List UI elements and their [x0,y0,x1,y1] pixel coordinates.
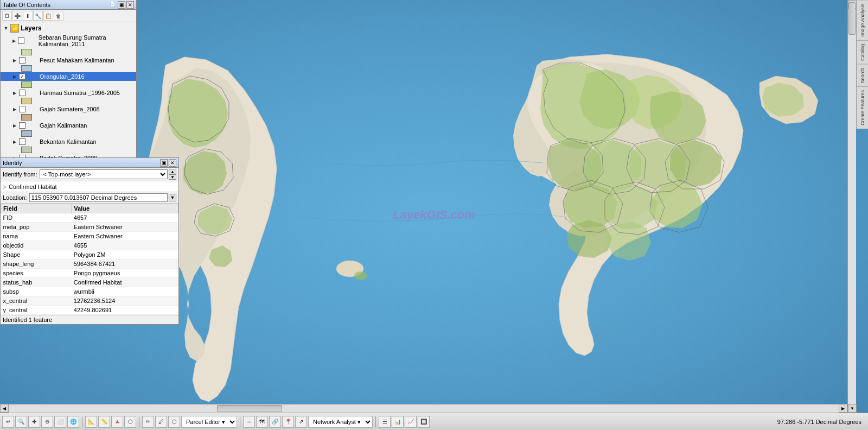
right-panel-create-features[interactable]: Create Features [857,86,868,129]
identify-table-row: objectid4655 [1,241,178,250]
identify-table-row: speciesPongo pygmaeus [1,269,178,278]
parcel-editor-dropdown[interactable]: Parcel Editor ▾ [181,416,237,428]
tree-expand-icon: ▷ [3,184,7,189]
layer-swatch-row [1,81,136,88]
toc-close-btn[interactable]: ✕ [126,1,134,9]
identify-value-cell: Confirmed Habitat [72,278,178,287]
task-sep-4 [375,416,376,427]
toc-restore-btn[interactable]: ▣ [118,1,125,9]
layer-expand-icon: ▶ [11,106,18,112]
scroll-down-arrow[interactable]: ▼ [848,404,857,413]
task-btn-20[interactable]: 📊 [392,416,404,428]
layer-checkbox[interactable] [19,90,25,96]
task-btn-15[interactable]: 🗺 [256,416,268,428]
location-copy-btn[interactable]: ▼ [169,194,176,201]
toc-tool-6[interactable]: 🗑 [54,11,63,21]
right-panel-search[interactable]: Search [857,64,868,87]
identify-table-row: y_central42249.802691 [1,306,178,315]
toc-tool-2[interactable]: ➕ [12,11,22,21]
task-btn-22[interactable]: 🔲 [418,416,430,428]
toc-layer-item[interactable]: ▶Sebaran Burung Sumatra Kalimantan_2011 [1,33,136,48]
task-btn-10[interactable]: ⬡ [124,416,136,428]
layer-name-label: Gajah Kalimantan [40,122,87,129]
identify-value-cell: 12762236.5124 [72,296,178,306]
toc-title: Table Of Contents [3,2,50,8]
task-btn-2[interactable]: 🔍 [15,416,27,428]
toc-layer-item[interactable]: ▶✓Orangutan_2016 [1,72,136,81]
task-btn-1[interactable]: ↩ [2,416,14,428]
identify-from-select[interactable]: < Top-most layer> [40,169,168,179]
identify-table-row: ShapePolygon ZM [1,250,178,260]
identify-field-cell: objectid [1,241,72,250]
vertical-scrollbar[interactable]: ▲ ▼ [847,0,856,413]
task-btn-18[interactable]: ⇗ [295,416,307,428]
right-sidebar: Image Analysis Catalog Search Create Fea… [856,0,868,129]
identify-footer: Identified 1 feature [1,315,178,324]
hscroll-right-arrow[interactable]: ▶ [839,404,847,413]
identify-from-label: Identify from: [3,171,37,178]
scroll-thumb-h[interactable] [217,405,282,412]
toc-panel: Table Of Contents 📄 ▣ ✕ 🗒 ➕ ⬆ 🔧 📋 🗑 ▼ 📁 … [0,0,137,172]
identify-table-row: status_habConfirmed Habitat [1,278,178,287]
identify-table: Field Value FID4657meta_popEastern Schwa… [1,204,178,315]
layer-symbol-icon [28,90,37,96]
group-folder-icon: 📁 [10,24,19,33]
toc-tool-5[interactable]: 📋 [43,11,53,21]
identify-restore-btn[interactable]: ▣ [160,159,168,167]
layer-checkbox[interactable] [19,122,25,129]
layer-name-label: Pesut Mahakam Kalimantan [40,57,114,64]
layer-checkbox[interactable] [19,106,25,112]
task-btn-9[interactable]: 🔺 [111,416,123,428]
toc-group-layers[interactable]: ▼ 📁 Layers [1,23,136,33]
layer-expand-icon: ▶ [11,122,18,129]
toc-tool-1[interactable]: 🗒 [2,11,12,21]
tree-item-label[interactable]: Confirmed Habitat [9,184,57,190]
network-analyst-dropdown[interactable]: Network Analyst ▾ [308,416,373,428]
task-sep-1 [82,416,82,427]
layer-symbol-icon [28,73,37,80]
layer-color-swatch [21,147,32,153]
task-btn-6[interactable]: 🌐 [67,416,79,428]
layer-symbol-icon [27,37,36,44]
identify-scroll-up[interactable]: ▲ [169,169,176,174]
hscroll-left-arrow[interactable]: ◀ [0,404,9,413]
identify-scroll-down[interactable]: ▼ [169,174,176,180]
task-btn-3[interactable]: ✚ [28,416,40,428]
horizontal-scrollbar[interactable] [0,404,847,413]
task-btn-12[interactable]: 🖊 [155,416,167,428]
toc-layer-item[interactable]: ▶Gajah Sumatera_2008 [1,105,136,113]
location-label: Location: [3,194,27,201]
task-btn-19[interactable]: ☰ [379,416,391,428]
layer-color-swatch [21,81,32,88]
task-btn-11[interactable]: ✏ [142,416,154,428]
identify-field-cell: status_hab [1,278,72,287]
toc-layer-item[interactable]: ▶Gajah Kalimantan [1,121,136,130]
task-btn-14[interactable]: ↔ [243,416,255,428]
toc-layer-list: ▶Sebaran Burung Sumatra Kalimantan_2011▶… [1,33,136,170]
task-btn-21[interactable]: 📈 [405,416,417,428]
task-btn-5[interactable]: ⬜ [54,416,66,428]
task-sep-3 [240,416,240,427]
toc-tool-3[interactable]: ⬆ [23,11,33,21]
task-btn-8[interactable]: 📏 [98,416,110,428]
layer-symbol-icon [28,138,37,145]
identify-close-btn[interactable]: ✕ [169,159,176,167]
right-panel-image-analysis[interactable]: Image Analysis [857,0,868,40]
task-btn-7[interactable]: 📐 [85,416,97,428]
task-btn-4[interactable]: ⊖ [41,416,53,428]
layer-checkbox[interactable] [19,138,25,145]
task-btn-16[interactable]: 🔗 [269,416,281,428]
layer-checkbox[interactable] [18,37,24,44]
task-btn-13[interactable]: ⬡ [168,416,180,428]
toc-layer-item[interactable]: ▶Bekantan Kalimantan [1,137,136,146]
right-panel-catalog[interactable]: Catalog [857,40,868,64]
toc-tool-4[interactable]: 🔧 [33,11,43,21]
layer-checkbox[interactable]: ✓ [19,73,25,80]
scroll-thumb-v[interactable] [848,2,856,35]
layer-swatch-row [1,65,136,72]
toc-layer-item[interactable]: ▶Pesut Mahakam Kalimantan [1,56,136,65]
toc-layer-item[interactable]: ▶Harimau Sumatra _1996-2005 [1,88,136,97]
identify-value-cell: 4655 [72,241,178,250]
layer-checkbox[interactable] [19,57,25,64]
task-btn-17[interactable]: 📍 [282,416,294,428]
